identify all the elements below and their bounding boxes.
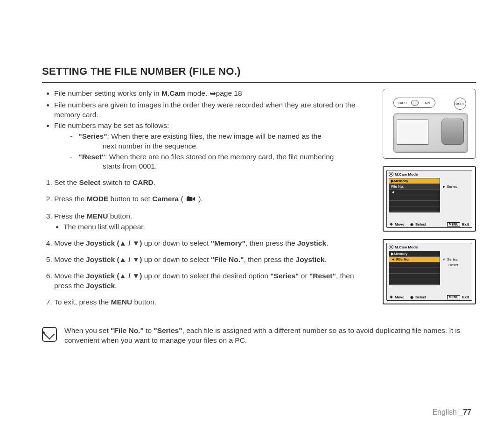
menu-row: ▶Memory <box>389 251 440 257</box>
joystick-move-icon: ✥ <box>390 295 393 299</box>
page-title: SETTING THE FILE NUMBER (FILE NO.) <box>42 65 476 78</box>
intro-bullets: File number setting works only in M.Cam … <box>42 89 373 171</box>
menu-row-icons <box>389 274 440 279</box>
camera-body <box>393 113 468 153</box>
note-text: When you set "File No." to "Series", eac… <box>64 326 476 346</box>
menu-header: M.Cam Mode <box>389 172 418 177</box>
check-icon: ✔ <box>443 258 446 261</box>
joystick-select-icon: ◉ <box>410 222 413 226</box>
step-item: Press the MODE button to set Camera ( ). <box>54 194 373 205</box>
pencil-icon <box>44 329 55 339</box>
step-item: Set the Select switch to CARD. <box>54 178 373 188</box>
menu-row: File No. <box>389 184 440 190</box>
bullet-item: File numbers are given to images in the … <box>54 100 373 120</box>
joystick-select-icon: ◉ <box>410 295 413 299</box>
svg-rect-0 <box>187 197 193 201</box>
menu-footer: ✥Move ◉Select MENUExit <box>387 295 472 299</box>
menu-button-label: MENU <box>447 295 461 299</box>
menu-row-icons <box>389 279 440 285</box>
menu-screenshot-2: M.Cam Mode ▶Memory ◄File No. ✔Series Res… <box>383 239 476 304</box>
menu-value-label: ✔Series <box>443 257 458 261</box>
rec-mode-icon <box>389 172 393 177</box>
menu-row-highlight: ▶Memory <box>389 178 440 184</box>
svg-marker-2 <box>193 197 195 201</box>
step-item: Move the Joystick (▲ / ▼) up or down to … <box>54 271 373 291</box>
text-column: File number setting works only in M.Cam … <box>42 89 373 314</box>
switch-knob <box>411 100 419 106</box>
bullet-item: File number setting works only in M.Cam … <box>54 89 373 99</box>
sub-bullet: - "Reset": When there are no files store… <box>70 152 373 172</box>
page-footer: English _77 <box>432 408 471 417</box>
menu-row-icons <box>389 268 440 274</box>
side-figures: CARD TAPE MODE M.Cam Mode ▶M <box>383 89 476 314</box>
menu-row-highlight: ◄File No. <box>389 257 440 262</box>
menu-value-label: Reset <box>443 263 458 267</box>
rec-mode-icon <box>389 245 393 249</box>
menu-footer: ✥Move ◉Select MENUExit <box>387 222 472 226</box>
camera-screen <box>397 120 428 145</box>
sub-bullet: - "Series": When there are existing file… <box>70 132 373 151</box>
content-row: File number setting works only in M.Cam … <box>42 89 476 314</box>
menu-header: M.Cam Mode <box>389 245 418 249</box>
steps-list: Set the Select switch to CARD. Press the… <box>42 178 373 307</box>
menu-button-label: MENU <box>447 222 461 226</box>
menu-panel: ▶Memory ◄File No. <box>389 251 440 285</box>
manual-page: SETTING THE FILE NUMBER (FILE NO.) File … <box>0 0 504 438</box>
title-rule <box>42 82 476 83</box>
step-item: Press the MENU button. The menu list wil… <box>54 212 373 232</box>
step-item: To exit, press the MENU button. <box>54 297 373 307</box>
step-item: Move the Joystick (▲ / ▼) up or down to … <box>54 255 373 265</box>
mode-button-icon: MODE <box>454 98 466 110</box>
select-switch: CARD TAPE <box>393 98 435 108</box>
menu-row-icons: ◄ <box>389 190 440 195</box>
note-icon <box>42 327 57 342</box>
menu-row-icons <box>389 262 440 268</box>
camera-diagram: CARD TAPE MODE <box>383 89 476 159</box>
page-ref-arrow-icon: ➥ <box>210 89 216 98</box>
svg-rect-1 <box>187 196 189 198</box>
menu-row-icons <box>389 206 440 212</box>
note-block: When you set "File No." to "Series", eac… <box>42 326 476 346</box>
menu-row-icons <box>389 201 440 206</box>
menu-row-icons <box>389 195 440 201</box>
menu-panel: ▶Memory File No. ◄ <box>389 178 440 212</box>
caret-left-icon: ◄ <box>391 257 395 261</box>
menu-screenshot-1: M.Cam Mode ▶Memory File No. ◄ ▶Series ✥M… <box>383 166 476 232</box>
camera-lens <box>441 119 464 145</box>
camera-icon <box>186 195 196 205</box>
caret-right-icon: ▶ <box>443 185 445 189</box>
menu-value-label: ▶Series <box>443 184 457 189</box>
bullet-item: File numbers may be set as follows: - "S… <box>54 121 373 172</box>
step-sub-item: The menu list will appear. <box>63 222 373 232</box>
joystick-move-icon: ✥ <box>390 222 393 226</box>
step-item: Move the Joystick (▲ / ▼) up or down to … <box>54 239 373 248</box>
